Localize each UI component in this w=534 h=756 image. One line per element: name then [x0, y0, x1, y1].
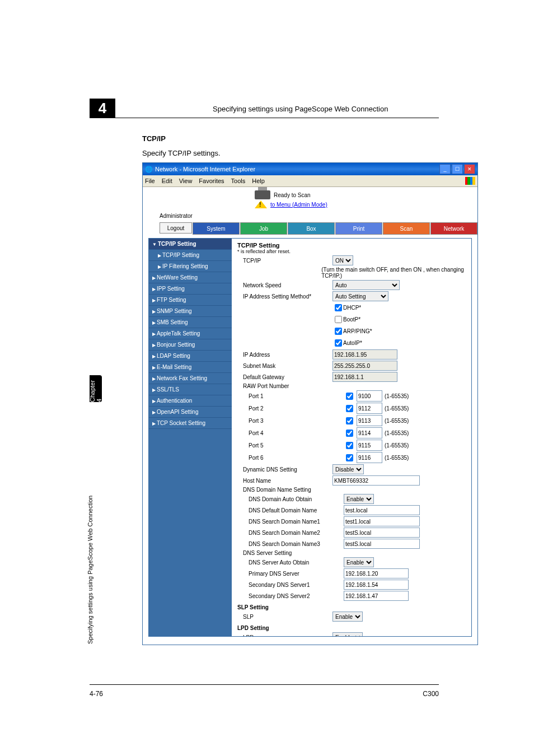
menu-view[interactable]: View	[179, 178, 193, 184]
sidenav-item[interactable]: E-Mail Setting	[149, 362, 232, 373]
sidenav-item[interactable]: TCP/IP Setting	[149, 239, 232, 250]
menu-favorites[interactable]: Favorites	[199, 178, 224, 184]
port-checkbox[interactable]	[346, 405, 353, 412]
menubar: File Edit View Favorites Tools Help	[143, 175, 477, 187]
tab-network[interactable]: Network	[430, 222, 477, 235]
dddef-input[interactable]	[344, 505, 420, 515]
main-panel: TCP/IP SettingTCP/IP SettingIP Filtering…	[148, 238, 472, 637]
dhcp-checkbox[interactable]	[335, 304, 342, 311]
section-title: TCP/IP	[142, 134, 166, 143]
sidenav-item[interactable]: SMB Setting	[149, 317, 232, 328]
menu-tools[interactable]: Tools	[231, 178, 246, 184]
sidenav-item[interactable]: OpenAPI Setting	[149, 407, 232, 418]
port-checkbox[interactable]	[346, 430, 353, 437]
tcpip-label: TCP/IP	[237, 258, 332, 264]
menu-edit[interactable]: Edit	[162, 178, 172, 184]
dnssrv-heading: DNS Server Setting	[237, 550, 332, 556]
dhcp-label: DHCP*	[343, 305, 361, 311]
tab-job[interactable]: Job	[240, 222, 287, 235]
sidenav-item[interactable]: TCP/IP Setting	[149, 250, 232, 261]
sidenav-item[interactable]: FTP Setting	[149, 295, 232, 306]
dds1-label: DNS Search Domain Name1	[237, 519, 344, 525]
tab-box[interactable]: Box	[288, 222, 335, 235]
sidenav-item[interactable]: Authentication	[149, 395, 232, 407]
raw-label: RAW Port Number	[237, 383, 332, 389]
port-input[interactable]	[357, 415, 382, 426]
dyndns-select[interactable]: Disable	[332, 464, 364, 474]
ipmethod-select[interactable]: Auto Setting	[332, 291, 388, 301]
footer-rule	[90, 684, 439, 685]
ipaddr-label: IP Address	[237, 352, 332, 358]
port-input[interactable]	[357, 403, 382, 414]
slp-select[interactable]: Enable	[332, 612, 363, 622]
host-input[interactable]	[332, 475, 420, 486]
page-marker: 4	[90, 99, 115, 118]
sidenav-item[interactable]: IP Filtering Setting	[149, 261, 232, 272]
dds3-input[interactable]	[344, 539, 420, 549]
side-label: Specifying settings using PageScope Web …	[87, 496, 93, 644]
printer-icon	[255, 190, 270, 199]
port-checkbox[interactable]	[346, 454, 353, 461]
port-input[interactable]	[357, 427, 382, 438]
bootp-checkbox[interactable]	[335, 316, 342, 323]
footer-right: C300	[423, 690, 439, 698]
ipaddr-input[interactable]	[332, 349, 397, 360]
slp-label: SLP	[237, 614, 332, 620]
sidenav-item[interactable]: LDAP Setting	[149, 351, 232, 362]
port-input[interactable]	[357, 452, 382, 463]
lpd-select[interactable]: Enable	[332, 632, 363, 636]
chapter-tab: Chapter 4	[90, 375, 102, 402]
sidenav-item[interactable]: Network Fax Setting	[149, 373, 232, 384]
arp-label: ARP/PING*	[343, 328, 372, 334]
sidenav-item[interactable]: SSL/TLS	[149, 384, 232, 395]
port-checkbox[interactable]	[346, 442, 353, 449]
tcpip-select[interactable]: ON	[332, 255, 353, 265]
port-label: Port 4	[237, 430, 344, 436]
port-label: Port 3	[237, 418, 344, 424]
arp-checkbox[interactable]	[335, 328, 342, 335]
dsauto-select[interactable]: Enable	[344, 557, 374, 567]
dds2-label: DNS Search Domain Name2	[237, 530, 344, 536]
port-range: (1-65535)	[385, 442, 409, 449]
port-range: (1-65535)	[385, 455, 409, 461]
tab-print[interactable]: Print	[335, 222, 382, 235]
netspeed-select[interactable]: Auto	[332, 280, 400, 290]
header-rule	[90, 118, 439, 118]
sidenav-item[interactable]: Bonjour Setting	[149, 339, 232, 351]
sidenav-item[interactable]: IPP Setting	[149, 283, 232, 295]
port-checkbox[interactable]	[346, 393, 353, 400]
menu-file[interactable]: File	[145, 178, 155, 184]
subnet-input[interactable]	[332, 361, 397, 371]
status-text: Ready to Scan	[274, 192, 311, 198]
to-menu-link[interactable]: to Menu (Admin Mode)	[270, 202, 327, 208]
maximize-button[interactable]: ☐	[452, 164, 463, 174]
port-input[interactable]	[357, 390, 382, 402]
warning-icon	[255, 200, 267, 208]
sidenav-item[interactable]: AppleTalk Setting	[149, 328, 232, 339]
pdns-input[interactable]	[344, 568, 409, 578]
port-label: Port 5	[237, 442, 344, 449]
logout-button[interactable]: Logout	[160, 222, 192, 234]
port-label: Port 1	[237, 393, 344, 399]
tab-row: Logout System Job Box Print Scan Network	[143, 219, 477, 235]
sdns1-input[interactable]	[344, 580, 409, 590]
ddauto-select[interactable]: Enable	[344, 494, 374, 504]
sidenav-item[interactable]: SNMP Setting	[149, 306, 232, 317]
admin-label: Administrator	[143, 213, 477, 219]
sidenav-item[interactable]: TCP Socket Setting	[149, 418, 232, 429]
port-range: (1-65535)	[385, 405, 409, 412]
gateway-input[interactable]	[332, 372, 397, 382]
port-input[interactable]	[357, 440, 382, 451]
minimize-button[interactable]: _	[439, 164, 451, 174]
sdns2-input[interactable]	[344, 591, 409, 601]
autoip-checkbox[interactable]	[335, 339, 342, 347]
close-button[interactable]: ✕	[464, 164, 475, 174]
tab-system[interactable]: System	[193, 222, 240, 235]
tab-scan[interactable]: Scan	[383, 222, 430, 235]
dds1-input[interactable]	[344, 516, 420, 526]
dds2-input[interactable]	[344, 528, 420, 538]
port-checkbox[interactable]	[346, 417, 353, 424]
sidenav-item[interactable]: NetWare Setting	[149, 272, 232, 283]
menu-help[interactable]: Help	[252, 178, 265, 184]
port-range: (1-65535)	[385, 418, 409, 424]
